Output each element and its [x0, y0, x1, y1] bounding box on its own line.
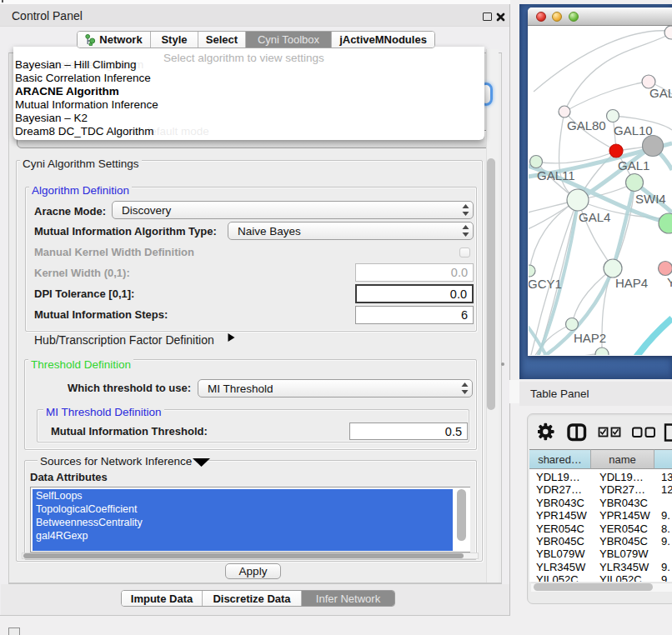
- svg-text:GAL11: GAL11: [537, 168, 575, 182]
- svg-text:GAL10: GAL10: [614, 123, 653, 138]
- svg-text:GAL4: GAL4: [579, 210, 610, 224]
- svg-text:GCY1: GCY1: [529, 277, 562, 291]
- svg-text:GAL2: GAL2: [649, 86, 672, 100]
- svg-text:Y: Y: [667, 275, 672, 289]
- svg-text:GAL80: GAL80: [567, 118, 606, 132]
- svg-text:GAL1: GAL1: [618, 158, 649, 172]
- svg-text:HAP2: HAP2: [574, 331, 606, 345]
- svg-text:SWI4: SWI4: [635, 192, 666, 206]
- svg-text:HAP4: HAP4: [615, 276, 648, 290]
